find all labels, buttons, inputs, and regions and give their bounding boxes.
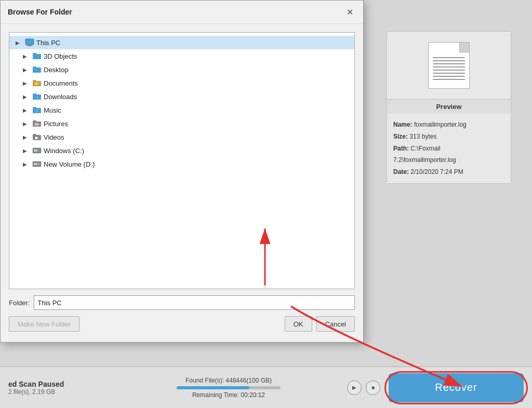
close-button[interactable]: ✕ <box>343 6 356 18</box>
status-bar: ed Scan Paused 2 file(s), 2.19 GB Found … <box>0 366 532 408</box>
chevron-icon: ▶ <box>23 94 30 100</box>
tree-item-3d-objects[interactable]: ▶3D Objects <box>9 49 354 63</box>
preview-size: Size: 313 bytes <box>393 131 504 143</box>
make-new-folder-button[interactable]: Make New Folder <box>9 316 79 332</box>
svg-rect-0 <box>25 39 34 45</box>
found-files-label: Found File(s): 448446(100 GB) <box>118 377 339 384</box>
doc-line <box>433 63 465 64</box>
svg-rect-2 <box>26 46 33 46</box>
remaining-time-label: Remaining Time: 00:20:12 <box>118 391 339 399</box>
status-center: Found File(s): 448446(100 GB) Remaining … <box>118 377 339 399</box>
doc-line <box>433 66 465 67</box>
preview-date: Date: 2/10/2020 7:24 PM <box>393 166 504 178</box>
folder-icon <box>32 159 42 169</box>
doc-line <box>433 60 465 61</box>
scan-status-subtitle: 2 file(s), 2.19 GB <box>8 388 118 396</box>
folder-icon: ♪ <box>32 105 42 115</box>
dialog-body: ▶This PC▶3D Objects▶Desktop▶Documents▶↓D… <box>1 24 363 342</box>
tree-item-label: This PC <box>36 39 60 47</box>
doc-line <box>433 70 465 71</box>
scan-status-title: ed Scan Paused <box>8 380 118 388</box>
status-controls: ▶ ■ <box>347 380 380 395</box>
btn-right-group: OK Cancel <box>285 316 355 332</box>
doc-line <box>433 73 465 74</box>
folder-icon: ↓ <box>32 92 42 101</box>
folder-icon <box>32 78 42 88</box>
recover-button-wrapper: Recover <box>389 373 524 402</box>
folder-row: Folder: <box>9 295 355 310</box>
tree-item-label: 3D Objects <box>44 52 77 60</box>
cancel-button[interactable]: Cancel <box>316 316 355 332</box>
preview-info: Name: foxmailimporter.log Size: 313 byte… <box>387 114 511 183</box>
tree-item-label: Pictures <box>44 120 68 128</box>
stop-button[interactable]: ■ <box>366 380 380 395</box>
progress-bar-container <box>177 386 281 389</box>
tree-item-label: Documents <box>44 79 78 87</box>
recover-button[interactable]: Recover <box>389 373 524 402</box>
tree-item-label: New Volume (D:) <box>44 160 95 168</box>
play-button[interactable]: ▶ <box>347 380 362 395</box>
svg-text:♪: ♪ <box>36 108 38 113</box>
folder-label: Folder: <box>9 299 30 307</box>
chevron-icon: ▶ <box>23 53 30 59</box>
svg-rect-3 <box>35 83 39 84</box>
folder-icon <box>32 146 42 155</box>
svg-point-11 <box>38 149 40 152</box>
folder-icon <box>25 38 34 47</box>
folder-icon: ▶ <box>32 132 42 142</box>
document-icon <box>428 42 470 89</box>
tree-item-desktop[interactable]: ▶Desktop <box>9 63 354 76</box>
dialog-buttons: Make New Folder OK Cancel <box>9 316 355 334</box>
preview-path: Path: C:\Foxmail 7.2\foxmailimporter.log <box>393 143 504 167</box>
chevron-icon: ▶ <box>16 40 23 46</box>
preview-panel: Preview Name: foxmailimporter.log Size: … <box>387 31 511 184</box>
tree-item-videos[interactable]: ▶▶Videos <box>9 130 354 144</box>
status-left: ed Scan Paused 2 file(s), 2.19 GB <box>8 380 118 396</box>
progress-bar-fill <box>177 386 249 389</box>
tree-item-label: Music <box>44 106 61 114</box>
doc-line <box>433 76 465 77</box>
svg-text:↓: ↓ <box>36 95 38 100</box>
preview-name: Name: foxmailimporter.log <box>393 119 504 131</box>
svg-rect-4 <box>35 84 38 85</box>
folder-tree[interactable]: ▶This PC▶3D Objects▶Desktop▶Documents▶↓D… <box>9 32 355 289</box>
tree-item-downloads[interactable]: ▶↓Downloads <box>9 90 354 103</box>
tree-item-new-volume-d[interactable]: ▶New Volume (D:) <box>9 157 354 171</box>
svg-rect-7 <box>35 123 39 126</box>
chevron-icon: ▶ <box>23 107 30 113</box>
svg-rect-13 <box>34 163 37 165</box>
folder-input[interactable] <box>34 295 355 310</box>
folder-icon <box>32 65 42 74</box>
chevron-icon: ▶ <box>23 148 30 154</box>
folder-icon <box>32 51 42 61</box>
browse-for-folder-dialog: Browse For Folder ✕ ▶This PC▶3D Objects▶… <box>0 0 364 343</box>
chevron-icon: ▶ <box>23 67 30 73</box>
tree-item-music[interactable]: ▶♪Music <box>9 103 354 117</box>
dialog-titlebar: Browse For Folder ✕ <box>1 1 363 24</box>
doc-line <box>433 79 465 80</box>
folder-icon <box>32 119 42 128</box>
chevron-icon: ▶ <box>23 161 30 167</box>
svg-rect-10 <box>34 149 37 152</box>
doc-line <box>433 57 465 58</box>
tree-item-label: Downloads <box>44 93 77 101</box>
tree-item-this-pc[interactable]: ▶This PC <box>9 36 354 49</box>
ok-button[interactable]: OK <box>285 316 312 332</box>
tree-item-documents[interactable]: ▶Documents <box>9 76 354 90</box>
svg-rect-1 <box>28 45 32 46</box>
tree-item-label: Videos <box>44 133 64 141</box>
preview-icon-area <box>387 32 511 99</box>
doc-lines <box>429 43 469 86</box>
tree-item-windows-c[interactable]: ▶Windows (C:) <box>9 144 354 157</box>
dialog-title: Browse For Folder <box>8 8 72 16</box>
chevron-icon: ▶ <box>23 121 30 127</box>
play-icon: ▶ <box>352 385 356 390</box>
svg-point-14 <box>38 163 40 165</box>
tree-item-pictures[interactable]: ▶Pictures <box>9 117 354 130</box>
tree-item-label: Desktop <box>44 66 69 74</box>
chevron-icon: ▶ <box>23 80 30 86</box>
preview-title: Preview <box>387 99 511 114</box>
chevron-icon: ▶ <box>23 134 30 140</box>
tree-item-label: Windows (C:) <box>44 147 84 155</box>
stop-icon: ■ <box>371 385 375 390</box>
